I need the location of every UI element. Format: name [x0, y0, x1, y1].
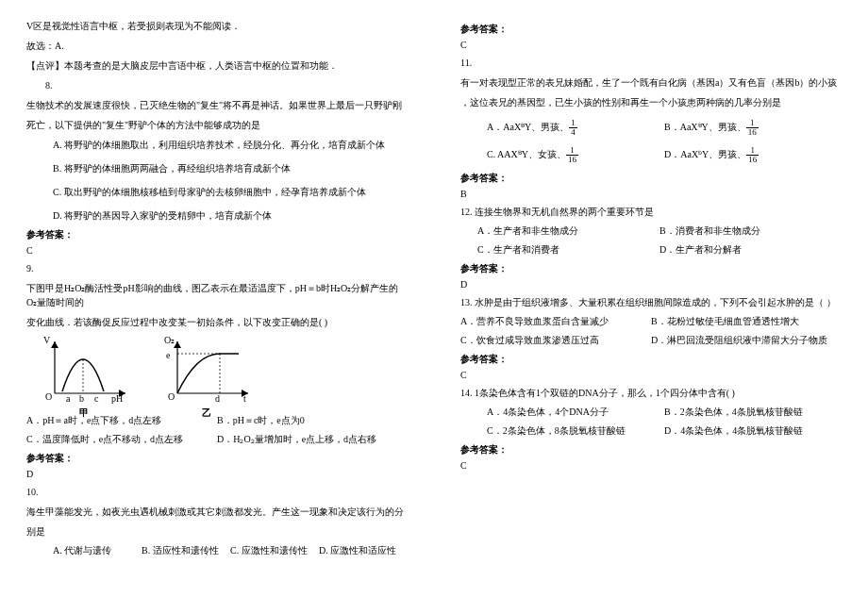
- q9-graphs: V O a b c pH 甲 O₂ e O d t 乙: [45, 337, 408, 403]
- q13-opt-d: D．淋巴回流受阻组织液中滞留大分子物质: [651, 334, 842, 347]
- q14-opt-a: A．4条染色体，4个DNA分子: [487, 406, 664, 419]
- q9-ans: D: [26, 469, 408, 479]
- q12-stem: 12. 连接生物界和无机自然界的两个重要环节是: [460, 205, 842, 219]
- q10-stem2: 别是: [26, 524, 408, 539]
- q8-stem1: 生物技术的发展速度很快，已灭绝生物的"复生"将不再是神话。如果世界上最后一只野驴…: [26, 98, 408, 112]
- q13-row1: A．营养不良导致血浆蛋白含量减少 B．花粉过敏使毛细血管通透性增大: [460, 315, 842, 328]
- graph-jia-label: 甲: [79, 407, 89, 420]
- q12-opt-b: B．消费者和非生物成分: [659, 224, 842, 238]
- q10-opt-c: C. 应激性和遗传性: [230, 544, 319, 557]
- q10-anslabel: 参考答案：: [460, 23, 842, 36]
- q12-row2: C．生产者和消费者 D．生产者和分解者: [460, 243, 842, 257]
- q12-opt-d: D．生产者和分解者: [659, 243, 842, 257]
- q9-row2: C．温度降低时，e点不移动，d点左移 D．H₂O₂量增加时，e点上移，d点右移: [26, 433, 408, 446]
- axis-t-label: t: [243, 393, 246, 404]
- q13-opt-b: B．花粉过敏使毛细血管通透性增大: [651, 315, 842, 328]
- q11-number: 11.: [460, 56, 842, 70]
- q11-opt-a: A．AaXᴮY、男孩、14: [487, 119, 664, 137]
- axis-ph-label: pH: [111, 393, 123, 404]
- q10-opt-b: B. 适应性和遗传性: [142, 544, 230, 557]
- q8-number: 8.: [26, 78, 408, 92]
- curve-yi-icon: [168, 337, 253, 403]
- q7-line2: 故选：A.: [26, 39, 408, 53]
- q14-opt-b: B．2条染色体，4条脱氧核苷酸链: [664, 406, 842, 419]
- q8-opt-a: A. 将野驴的体细胞取出，利用组织培养技术，经脱分化、再分化，培育成新个体: [26, 138, 408, 152]
- q13-row2: C．饮食过咸导致血浆渗透压过高 D．淋巴回流受阻组织液中滞留大分子物质: [460, 334, 842, 347]
- q11-opt-c: C. AAXᴮY、女孩、116: [487, 146, 664, 164]
- q13-stem: 13. 水肿是由于组织液增多、大量积累在组织细胞间隙造成的，下列不会引起水肿的是…: [460, 295, 842, 309]
- q14-ans: C: [460, 460, 842, 471]
- q9-stem1: 下图甲是H₂O₂酶活性受pH影响的曲线，图乙表示在最适温度下，pH＝b时H₂O₂…: [26, 281, 408, 309]
- q14-opt-c: C．2条染色体，8条脱氧核苷酸链: [487, 424, 664, 438]
- q11-anslabel: 参考答案：: [460, 172, 842, 185]
- q8-ans: C: [26, 245, 408, 256]
- q10-ans: C: [460, 40, 842, 50]
- q11-opt-b: B．AaXᴮY、男孩、116: [664, 119, 842, 137]
- q9-opt-a: A．pH＝a时，e点下移，d点左移: [26, 414, 217, 427]
- q10-opt-d: D. 应激性和适应性: [319, 544, 408, 557]
- right-column: 参考答案： C 11. 有一对表现型正常的表兄妹婚配，生了一个既有白化病（基因a…: [434, 0, 868, 495]
- q8-opt-c: C. 取出野驴的体细胞核移植到母家驴的去核卵细胞中，经孕育培养成新个体: [26, 185, 408, 199]
- q13-opt-a: A．营养不良导致血浆蛋白含量减少: [460, 315, 651, 328]
- q14-opt-d: D．4条染色体，4条脱氧核苷酸链: [664, 424, 842, 438]
- q11-row1: A．AaXᴮY、男孩、14 B．AaXᴮY、男孩、116: [460, 119, 842, 137]
- axis-o-label: O: [45, 391, 52, 402]
- q7-line1: V区是视觉性语言中枢，若受损则表现为不能阅读．: [26, 19, 408, 33]
- axis-o2-label: O₂: [164, 335, 175, 345]
- q10-opts: A. 代谢与遗传 B. 适应性和遗传性 C. 应激性和遗传性 D. 应激性和适应…: [26, 544, 408, 557]
- q8-opt-b: B. 将野驴的体细胞两两融合，再经组织培养培育成新个体: [26, 161, 408, 175]
- q12-opt-a: A．生产者和非生物成分: [477, 224, 659, 238]
- graph-jia: V O a b c pH 甲: [45, 337, 130, 403]
- q7-line3: 【点评】本题考查的是大脑皮层中言语中枢，人类语言中枢的位置和功能．: [26, 58, 408, 73]
- q10-opt-a: A. 代谢与遗传: [53, 544, 142, 557]
- q13-anslabel: 参考答案：: [460, 353, 842, 366]
- q14-stem: 14. 1条染色体含有1个双链的DNA分子，那么，1个四分体中含有( ): [460, 386, 842, 400]
- q12-ans: D: [460, 279, 842, 290]
- axis-o2-origin: O: [168, 391, 175, 402]
- axis-v-label: V: [43, 335, 50, 345]
- q12-row1: A．生产者和非生物成分 B．消费者和非生物成分: [460, 224, 842, 238]
- q9-opt-c: C．温度降低时，e点不移动，d点左移: [26, 433, 217, 446]
- q10-stem1: 海生甲藻能发光，如夜光虫遇机械刺激或其它刺激都发光。产生这一现象和决定该行为的分: [26, 505, 408, 519]
- q11-opt-d: D．AaXᵇY、男孩、116: [664, 146, 842, 164]
- q10-number: 10.: [26, 485, 408, 499]
- q13-opt-c: C．饮食过咸导致血浆渗透压过高: [460, 334, 651, 347]
- axis-a-label: a: [66, 393, 70, 404]
- q13-ans: C: [460, 370, 842, 380]
- graph-yi: O₂ e O d t 乙: [168, 337, 253, 403]
- q12-anslabel: 参考答案：: [460, 262, 842, 275]
- left-column: V区是视觉性语言中枢，若受损则表现为不能阅读． 故选：A. 【点评】本题考查的是…: [0, 0, 434, 582]
- axis-c-label: c: [94, 393, 98, 404]
- q9-anslabel: 参考答案：: [26, 452, 408, 465]
- q12-opt-c: C．生产者和消费者: [477, 243, 659, 257]
- q8-stem2: 死亡，以下提供的"复生"野驴个体的方法中能够成功的是: [26, 118, 408, 132]
- graph-yi-label: 乙: [202, 407, 211, 420]
- axis-d-label: d: [215, 393, 220, 404]
- q14-row1: A．4条染色体，4个DNA分子 B．2条染色体，4条脱氧核苷酸链: [460, 406, 842, 419]
- q9-opt-d: D．H₂O₂量增加时，e点上移，d点右移: [217, 433, 408, 446]
- q14-anslabel: 参考答案：: [460, 443, 842, 456]
- q9-number: 9.: [26, 261, 408, 275]
- axis-e-label: e: [166, 350, 170, 360]
- q11-row2: C. AAXᴮY、女孩、116 D．AaXᵇY、男孩、116: [460, 146, 842, 164]
- axis-b-label: b: [79, 393, 84, 404]
- q8-opt-d: D. 将野驴的基因导入家驴的受精卵中，培育成新个体: [26, 208, 408, 223]
- q11-ans: B: [460, 189, 842, 199]
- q11-stem2: ，这位表兄的基因型，已生小孩的性别和再生一个小孩患两种病的几率分别是: [460, 95, 842, 109]
- q8-anslabel: 参考答案：: [26, 228, 408, 241]
- q9-opt-b: B．pH＝c时，e点为0: [217, 414, 408, 427]
- q9-stem2: 变化曲线．若该酶促反应过程中改变某一初始条件，以下改变正确的是( ): [26, 315, 408, 329]
- q11-stem1: 有一对表现型正常的表兄妹婚配，生了一个既有白化病（基因a）又有色盲（基因b）的小…: [460, 75, 842, 90]
- q14-row2: C．2条染色体，8条脱氧核苷酸链 D．4条染色体，4条脱氧核苷酸链: [460, 424, 842, 438]
